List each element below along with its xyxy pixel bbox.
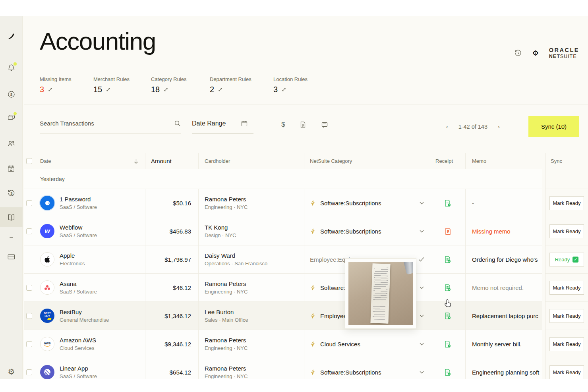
stat-label: Location Rules [273, 76, 329, 82]
expand-icon[interactable] [106, 87, 111, 92]
auto-categorized-bolt-icon [310, 284, 316, 291]
expand-icon[interactable] [218, 87, 223, 92]
sidebar-item-calendar-sync[interactable] [0, 158, 23, 178]
stats-row: Missing Items3Merchant Rules15Category R… [40, 76, 329, 94]
receipt-ok-icon[interactable] [444, 199, 451, 207]
memo-cell[interactable]: Engineering planning soft [466, 358, 542, 379]
chevron-down-icon [419, 314, 424, 318]
amount-filter-icon[interactable]: $ [281, 121, 285, 129]
expand-icon[interactable] [163, 87, 168, 92]
history-icon[interactable] [514, 49, 522, 57]
row-select-cell [24, 217, 35, 245]
receipt-ok-icon[interactable] [444, 340, 451, 348]
sync-cell: Mark Ready [545, 189, 588, 217]
column-header-amount[interactable]: Amount [145, 153, 199, 169]
row-checkbox[interactable] [26, 228, 32, 234]
prev-page-button[interactable]: ‹ [446, 123, 448, 130]
merchant: 1 PasswordSaaS / Software [40, 196, 97, 210]
merchant-text: WebflowSaaS / Software [60, 224, 97, 238]
column-header-memo[interactable]: Memo [466, 153, 542, 169]
receipt-filter-icon[interactable] [300, 121, 306, 128]
memo-cell[interactable]: Replacement laptop purc [466, 302, 542, 330]
cardholder-name: Ramona Peters [205, 365, 248, 372]
app-window: $$⚙ Accounting ⚙ ORACLE NETSUITE Missing… [0, 16, 588, 379]
mark-ready-button[interactable]: Mark Ready [549, 281, 584, 295]
memo-cell[interactable]: Monthly server bill. [466, 330, 542, 358]
next-page-button[interactable]: › [498, 123, 500, 130]
transaction-row[interactable]: AsanaSaaS / Software$46.12Ramona PetersE… [24, 274, 542, 302]
category-value: Software:Subscriptions [320, 369, 415, 376]
sidebar-item-accounting-book[interactable] [0, 207, 23, 227]
sidebar-item-cards-stack[interactable] [0, 107, 23, 127]
sync-button[interactable]: Sync (10) [528, 116, 579, 137]
merchant-name: Amazon AWS [60, 337, 96, 344]
mark-ready-button[interactable]: Mark Ready [549, 224, 584, 238]
row-checkbox[interactable] [26, 313, 32, 319]
transaction-row[interactable]: 1 PasswordSaaS / Software$50.16Ramona Pe… [24, 189, 542, 217]
mark-ready-button[interactable]: Mark Ready [549, 365, 584, 379]
category-select[interactable]: Software:Subscriptions [304, 217, 430, 245]
row-select-cell [24, 302, 35, 330]
row-checkbox[interactable] [26, 200, 32, 206]
expand-icon[interactable] [281, 87, 286, 92]
sidebar-item-card[interactable] [0, 247, 23, 266]
mark-ready-button[interactable]: Mark Ready [549, 337, 584, 351]
column-header-category[interactable]: NetSuite Category [304, 153, 430, 169]
sidebar-item-people[interactable] [0, 133, 23, 153]
date-group-row: Yesterday [24, 169, 542, 189]
column-header-date[interactable]: Date [35, 153, 145, 169]
dollar-circle-icon: $ [7, 90, 15, 98]
memo-cell[interactable]: - [466, 189, 542, 217]
receipt-ok-icon[interactable] [444, 284, 451, 292]
category-select[interactable]: Software:Subscriptions [304, 189, 430, 217]
receipt-alert-icon[interactable] [445, 228, 451, 235]
merchant-name: BestBuy [60, 309, 109, 315]
confirmed-check-icon [418, 257, 424, 262]
webflow-logo: w [40, 224, 54, 238]
pagination: ‹ 1-42 of 143 › [446, 123, 500, 130]
transaction-row[interactable]: BESTBUYBestBuyGeneral Merchandise$1,346.… [24, 302, 542, 330]
sidebar-item-ramp-logo[interactable] [0, 26, 23, 46]
row-checkbox[interactable] [26, 341, 32, 347]
sidebar-item-dollar-circle[interactable]: $ [0, 84, 23, 104]
search-icon [174, 120, 181, 127]
sidebar-item-notifications-bell[interactable] [0, 58, 23, 77]
memo-cell[interactable]: Ordering for Diego who's [466, 245, 542, 273]
memo-cell[interactable]: Missing memo [466, 217, 542, 245]
table-toolbar: Search Transactions Date Range $ [40, 116, 579, 141]
sidebar-item-settings-gear[interactable]: ⚙ [0, 362, 23, 379]
settings-icon[interactable]: ⚙ [532, 50, 539, 57]
column-header-sync: Sync [545, 153, 588, 169]
sidebar-item-reimbursement-refresh-dollar[interactable]: $ [0, 183, 23, 203]
receipt-ok-icon[interactable] [444, 312, 451, 320]
expand-icon[interactable] [48, 87, 53, 92]
memo-filter-icon[interactable] [321, 122, 328, 128]
category-select[interactable]: Software:Subscriptions [304, 358, 430, 379]
mark-ready-button[interactable]: Mark Ready [549, 196, 584, 210]
column-header-receipt[interactable]: Receipt [430, 153, 466, 169]
amount-cell: $1,346.12 [145, 302, 199, 330]
ready-button[interactable]: Ready✓ [549, 253, 584, 266]
category-value: Software:Subscriptions [320, 228, 415, 235]
sidebar-item-collapse-dash[interactable] [0, 228, 23, 247]
memo-cell[interactable]: Memo not required. [466, 274, 542, 301]
collapse-dash-icon [7, 234, 15, 242]
transaction-row[interactable]: awsAmazon AWSCloud Services$9,346.12Ramo… [24, 330, 542, 358]
select-all-checkbox[interactable] [26, 158, 32, 164]
search-input[interactable]: Search Transactions [40, 120, 181, 133]
receipt-ok-icon[interactable] [444, 256, 451, 263]
row-checkbox[interactable] [26, 285, 32, 291]
date-range-filter[interactable]: Date Range [192, 120, 253, 134]
receipt-ok-icon[interactable] [444, 369, 451, 376]
transaction-row[interactable]: –AppleElectronics$1,798.97Daisy WardOper… [24, 245, 542, 274]
mark-ready-button[interactable]: Mark Ready [549, 309, 584, 323]
cardholder-dept: Engineering · NYC [205, 373, 248, 379]
column-header-cardholder[interactable]: Cardholder [199, 153, 304, 169]
transaction-row[interactable]: wWebflowSaaS / Software$456.83TK KongDes… [24, 217, 542, 245]
chevron-down-icon [419, 371, 424, 374]
category-select[interactable]: Cloud Services [304, 330, 430, 358]
row-checkbox[interactable] [26, 369, 32, 375]
transaction-row[interactable]: Linear AppSaaS / Software$654.12Ramona P… [24, 358, 542, 379]
merchant-name: 1 Password [60, 196, 97, 203]
cardholder-dept: Engineering · NYC [205, 345, 248, 351]
